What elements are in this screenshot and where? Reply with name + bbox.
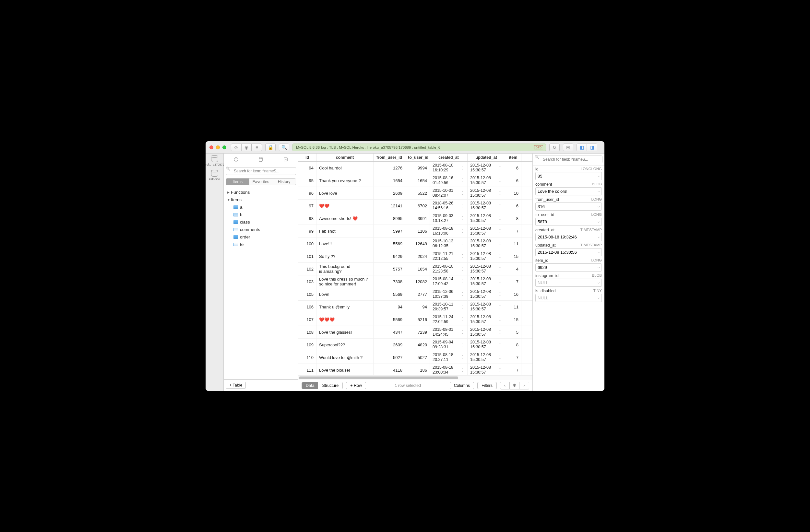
cell-created[interactable]: 2015-10-11 20:39:57⌃⌄: [430, 301, 468, 313]
cell-updated[interactable]: 2015-12-08 15:30:57⌃⌄: [468, 162, 505, 174]
cell-created[interactable]: 2018-05-26 14:56:16⌃⌄: [430, 200, 468, 212]
table-row[interactable]: 101So fly ??942920242015-11-21 22:12:55⌃…: [298, 250, 532, 263]
stepper-icon[interactable]: ⌃⌄: [461, 242, 465, 246]
cell-id[interactable]: 109: [298, 338, 317, 351]
zoom-window[interactable]: [223, 146, 226, 149]
stepper-icon[interactable]: ⌃⌄: [499, 204, 502, 208]
cell-updated[interactable]: 2015-12-08 15:30:57⌃⌄: [468, 288, 505, 300]
stepper-icon[interactable]: ⌃⌄: [461, 216, 465, 220]
grid-icon[interactable]: ⊞: [563, 144, 573, 151]
cell-id[interactable]: 111: [298, 364, 317, 375]
cell-item[interactable]: 10: [505, 187, 521, 199]
stepper-icon[interactable]: ⌃⌄: [499, 280, 502, 283]
stepper-icon[interactable]: ⌃⌄: [461, 191, 465, 195]
cell-id[interactable]: 95: [298, 174, 317, 187]
stepper-icon[interactable]: ⌃⌄: [499, 292, 502, 296]
stepper-icon[interactable]: ⌃⌄: [461, 267, 465, 271]
field-value-input[interactable]: [535, 202, 602, 211]
cell-created[interactable]: 2015-08-18 20:27:11⌃⌄: [430, 351, 468, 364]
cell-from[interactable]: 94: [374, 301, 405, 313]
table-row[interactable]: 103Love this dress so much ? so nice for…: [298, 276, 532, 288]
column-header[interactable]: from_user_id: [374, 153, 405, 161]
cell-from[interactable]: 4118: [374, 364, 405, 375]
stepper-icon[interactable]: ⌃⌄: [499, 166, 502, 170]
cell-updated[interactable]: 2015-12-08 15:30:57⌃⌄: [468, 212, 505, 225]
connection-item[interactable]: katonice: [209, 171, 220, 181]
cell-updated[interactable]: 2015-12-08 15:30:57⌃⌄: [468, 301, 505, 313]
cell-updated[interactable]: 2015-12-08 15:30:57⌃⌄: [468, 338, 505, 351]
table-row[interactable]: 109Supercool???260948202015-09-04 09:28:…: [298, 338, 532, 351]
table-row[interactable]: 108Love the glasses!434772392015-08-01 1…: [298, 326, 532, 338]
cell-to[interactable]: 94: [405, 301, 430, 313]
cell-comment[interactable]: Love!!!: [317, 237, 374, 250]
cell-item[interactable]: 6: [505, 174, 521, 187]
cell-updated[interactable]: 2015-12-08 15:30:57⌃⌄: [468, 276, 505, 288]
cell-from[interactable]: 5997: [374, 225, 405, 237]
cell-id[interactable]: 98: [298, 212, 317, 225]
cell-to[interactable]: 9994: [405, 162, 430, 174]
add-row-button[interactable]: + Row: [346, 382, 366, 389]
cell-id[interactable]: 110: [298, 351, 317, 364]
stepper-icon[interactable]: ⌃⌄: [499, 216, 502, 220]
cell-from[interactable]: 2609: [374, 338, 405, 351]
cell-comment[interactable]: Fab shot: [317, 225, 374, 237]
cell-to[interactable]: 5027: [405, 351, 430, 364]
cell-item[interactable]: 6: [505, 162, 521, 174]
cell-updated[interactable]: 2015-12-08 15:30:57⌃⌄: [468, 313, 505, 326]
cell-comment[interactable]: Thank u @emily: [317, 301, 374, 313]
table-row[interactable]: 107❤️❤️❤️556952162015-11-24 22:02:59⌃⌄20…: [298, 313, 532, 326]
cell-from[interactable]: 5027: [374, 351, 405, 364]
minimize-window[interactable]: [216, 146, 220, 149]
cell-to[interactable]: 186: [405, 364, 430, 375]
stepper-icon[interactable]: ⌃⌄: [499, 191, 502, 195]
refresh-icon[interactable]: ↻: [549, 144, 560, 151]
cell-id[interactable]: 106: [298, 301, 317, 313]
cell-to[interactable]: 4820: [405, 338, 430, 351]
field-value-input[interactable]: [535, 263, 602, 271]
cell-from[interactable]: 5569: [374, 288, 405, 300]
cell-id[interactable]: 107: [298, 313, 317, 326]
cell-item[interactable]: 11: [505, 301, 521, 313]
stepper-icon[interactable]: ⌃⌄: [461, 368, 465, 372]
cell-created[interactable]: 2015-11-24 22:02:59⌃⌄: [430, 313, 468, 326]
cell-created[interactable]: 2015-10-13 06:12:35⌃⌄: [430, 237, 468, 250]
stepper-icon[interactable]: ⌃⌄: [461, 355, 465, 359]
cell-id[interactable]: 94: [298, 162, 317, 174]
grid-body[interactable]: 94Cool hairdo!127699942015-08-10 16:10:2…: [298, 162, 532, 375]
cell-item[interactable]: 11: [505, 237, 521, 250]
stepper-icon[interactable]: ⌃⌄: [499, 368, 502, 372]
stepper-icon[interactable]: ⌃⌄: [461, 343, 465, 347]
cell-item[interactable]: 7: [505, 351, 521, 364]
segment-data[interactable]: Data: [302, 382, 318, 389]
cell-from[interactable]: 5757: [374, 263, 405, 275]
stepper-icon[interactable]: ⌃⌄: [461, 229, 465, 233]
stepper-icon[interactable]: ⌃⌄: [461, 292, 465, 296]
cell-to[interactable]: 1654: [405, 174, 430, 187]
column-header[interactable]: item: [505, 153, 521, 161]
column-header[interactable]: created_at: [430, 153, 468, 161]
cell-comment[interactable]: Cool hairdo!: [317, 162, 374, 174]
cell-created[interactable]: 2015-12-06 10:37:39⌃⌄: [430, 288, 468, 300]
cell-created[interactable]: 2015-08-18 16:13:06⌃⌄: [430, 225, 468, 237]
cell-id[interactable]: 103: [298, 276, 317, 288]
cell-id[interactable]: 101: [298, 250, 317, 263]
cell-updated[interactable]: 2015-12-08 15:30:57⌃⌄: [468, 200, 505, 212]
cell-id[interactable]: 96: [298, 187, 317, 199]
cell-created[interactable]: 2015-09-03 13:18:27⌃⌄: [430, 212, 468, 225]
tree-section[interactable]: ▼ Items: [226, 196, 296, 203]
segment-history[interactable]: History: [272, 179, 296, 185]
cell-item[interactable]: 16: [505, 288, 521, 300]
cell-updated[interactable]: 2015-12-08 15:30:57⌃⌄: [468, 263, 505, 275]
prev-icon[interactable]: ‹: [500, 382, 510, 389]
cell-comment[interactable]: Love love: [317, 187, 374, 199]
field-value-input[interactable]: [535, 172, 602, 180]
cell-to[interactable]: 12649: [405, 237, 430, 250]
cell-item[interactable]: 8: [505, 338, 521, 351]
column-header[interactable]: id: [298, 153, 317, 161]
table-row[interactable]: 95Thank you everyone ?165416542015-08-16…: [298, 174, 532, 187]
cell-id[interactable]: 99: [298, 225, 317, 237]
table-row[interactable]: 99Fab shot599711062015-08-18 16:13:06⌃⌄2…: [298, 225, 532, 237]
cell-comment[interactable]: Love!: [317, 288, 374, 300]
cell-created[interactable]: 2015-08-18 23:00:34⌃⌄: [430, 364, 468, 375]
cell-to[interactable]: 3991: [405, 212, 430, 225]
